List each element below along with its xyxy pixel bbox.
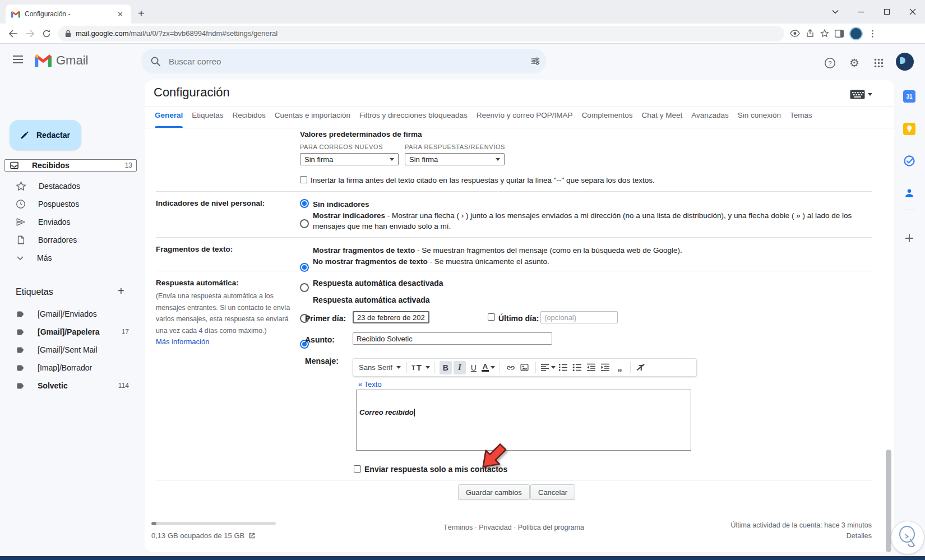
sidebar-item-snoozed[interactable]: Pospuestos <box>4 195 137 213</box>
create-label-plus-icon[interactable]: + <box>118 285 124 298</box>
tab-filtros[interactable]: Filtros y direcciones bloqueadas <box>355 107 472 128</box>
settings-gear-icon[interactable]: ⚙ <box>848 56 861 70</box>
tab-temas[interactable]: Temas <box>785 107 817 128</box>
vacation-label: Respuesta automática: <box>156 279 239 287</box>
plain-text-toggle-link[interactable]: « Texto <box>358 380 382 388</box>
indicators-show-radio[interactable] <box>300 219 309 228</box>
snippets-label: Fragmentos de texto: <box>156 245 233 253</box>
lock-icon[interactable] <box>65 30 71 38</box>
label-item[interactable]: [Gmail]/Papelera 17 <box>4 323 137 341</box>
sidebar-item-sent[interactable]: Enviados <box>4 213 137 231</box>
bulleted-list-icon[interactable] <box>571 361 584 374</box>
signature-new-mail-select[interactable]: Sin firma <box>300 153 399 165</box>
message-body-editor[interactable]: Correo recibido <box>356 390 691 451</box>
main-menu-hamburger-icon[interactable] <box>12 55 24 64</box>
numbered-list-icon[interactable] <box>557 361 570 374</box>
quote-icon[interactable]: „ <box>613 361 626 374</box>
tab-cuentas[interactable]: Cuentas e importación <box>270 107 355 128</box>
browser-menu-kebab-icon[interactable]: ⋮ <box>868 31 877 36</box>
draft-file-icon <box>16 235 26 245</box>
tab-sin-conexion[interactable]: Sin conexión <box>733 107 785 128</box>
window-minimize-button[interactable] <box>853 6 869 18</box>
window-maximize-button[interactable] <box>878 6 895 18</box>
insert-signature-label: Insertar la firma antes del texto citado… <box>311 175 655 186</box>
bookmark-star-icon[interactable] <box>820 29 829 38</box>
side-panel-keep-icon[interactable] <box>903 123 915 135</box>
align-icon[interactable] <box>540 361 556 374</box>
italic-button[interactable]: I <box>454 361 466 374</box>
font-family-select[interactable]: Sans Serif <box>358 363 402 372</box>
chevron-down-icon <box>868 93 872 96</box>
google-apps-grid-icon[interactable] <box>872 56 885 70</box>
text-color-button[interactable]: A <box>482 361 495 374</box>
search-options-tune-icon[interactable] <box>530 56 540 66</box>
external-link-icon[interactable] <box>248 532 256 539</box>
snippets-hide-radio[interactable] <box>300 283 309 292</box>
sidebar-item-inbox[interactable]: Recibidos 13 <box>4 159 137 172</box>
preview-eye-icon[interactable] <box>790 30 800 37</box>
last-day-checkbox[interactable] <box>488 313 495 321</box>
side-panel-add-icon[interactable] <box>903 232 915 244</box>
url-bar[interactable]: mail.google.com/mail/u/0/?zx=bvb68994fnd… <box>58 26 784 41</box>
sidebar-item-starred[interactable]: Destacados <box>4 177 137 195</box>
indent-decrease-icon[interactable] <box>585 361 598 374</box>
input-tools-control[interactable] <box>850 90 872 99</box>
browser-profile-avatar[interactable] <box>849 27 863 40</box>
indicators-none-radio[interactable] <box>300 199 309 208</box>
cancel-button[interactable]: Cancelar <box>530 484 575 500</box>
last-day-input[interactable] <box>540 311 618 323</box>
sidebar-item-more[interactable]: Más <box>4 249 137 267</box>
clock-icon <box>16 199 26 209</box>
tab-general[interactable]: General <box>150 107 187 128</box>
tab-recibidos[interactable]: Recibidos <box>228 107 270 128</box>
tab-search-chevron-icon[interactable] <box>827 6 844 18</box>
search-icon[interactable] <box>150 56 161 67</box>
first-day-input[interactable] <box>353 311 429 323</box>
search-bar[interactable] <box>141 49 546 73</box>
details-link[interactable]: Detalles <box>649 532 872 540</box>
tab-avanzadas[interactable]: Avanzadas <box>687 107 733 128</box>
search-input[interactable] <box>168 56 530 67</box>
sidebar-item-drafts[interactable]: Borradores <box>4 231 137 249</box>
subject-input[interactable] <box>353 332 552 345</box>
window-bottom-strip <box>0 556 925 560</box>
select-value: Sin firma <box>409 155 438 164</box>
tab-chat-meet[interactable]: Chat y Meet <box>637 107 687 128</box>
tab-reenvio[interactable]: Reenvío y correo POP/IMAP <box>472 107 577 128</box>
label-item[interactable]: [Gmail]/Sent Mail <box>4 341 137 359</box>
new-tab-button[interactable]: + <box>138 8 145 19</box>
underline-button[interactable]: U <box>468 361 480 374</box>
insert-signature-checkbox[interactable] <box>300 176 307 183</box>
window-close-button[interactable] <box>904 6 921 18</box>
contacts-only-checkbox[interactable] <box>354 465 361 473</box>
side-panel-calendar-icon[interactable]: 31 <box>903 90 915 103</box>
insert-link-icon[interactable] <box>505 361 517 374</box>
signature-reply-select[interactable]: Sin firma <box>405 153 505 165</box>
gmail-logo[interactable]: Gmail <box>35 53 88 68</box>
more-info-link[interactable]: Más información <box>156 337 209 346</box>
label-item[interactable]: [Gmail]/Enviados <box>4 305 137 323</box>
compose-button[interactable]: Redactar <box>10 120 81 150</box>
back-icon[interactable] <box>4 26 21 41</box>
bold-button[interactable]: B <box>440 361 452 374</box>
save-changes-button[interactable]: Guardar cambios <box>458 484 530 500</box>
account-avatar[interactable] <box>896 53 914 71</box>
browser-tab[interactable]: Configuración - ✕ <box>6 4 131 24</box>
tab-etiquetas[interactable]: Etiquetas <box>187 107 228 128</box>
side-panel-icon[interactable] <box>835 30 844 38</box>
tab-close-icon[interactable]: ✕ <box>115 10 126 18</box>
remove-formatting-icon[interactable]: T <box>635 361 647 374</box>
forward-icon[interactable] <box>21 26 38 41</box>
side-panel-tasks-icon[interactable] <box>903 155 915 167</box>
insert-image-icon[interactable] <box>519 361 531 374</box>
tab-complementos[interactable]: Complementos <box>577 107 637 128</box>
help-icon[interactable]: ? <box>823 56 836 70</box>
side-panel-contacts-icon[interactable] <box>903 187 915 199</box>
label-item[interactable]: Solvetic 114 <box>4 377 137 395</box>
url-text[interactable]: mail.google.com/mail/u/0/?zx=bvb68994fnd… <box>76 29 278 38</box>
indent-increase-icon[interactable] <box>599 361 612 374</box>
text-size-icon[interactable]: TT <box>411 361 430 374</box>
label-item[interactable]: [Imap]/Borrador <box>4 359 137 377</box>
share-icon[interactable] <box>806 29 815 38</box>
reload-icon[interactable] <box>38 26 55 41</box>
